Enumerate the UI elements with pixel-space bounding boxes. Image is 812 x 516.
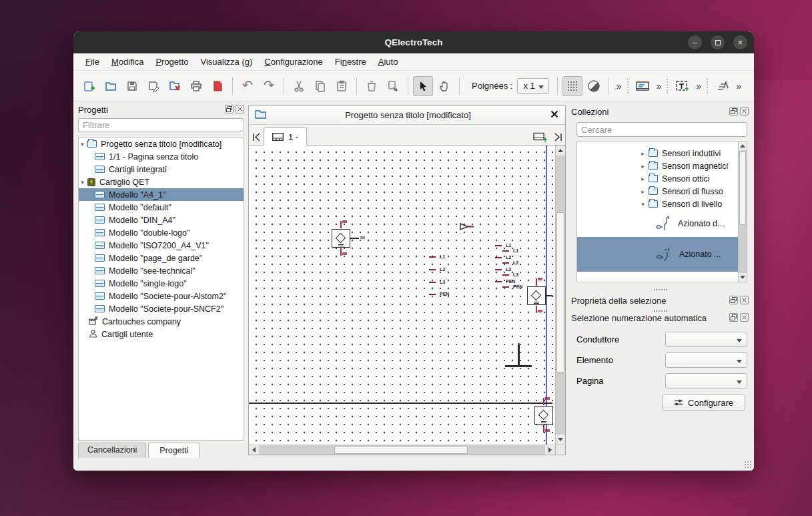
conductor-autonum-combobox[interactable]: [665, 332, 747, 347]
tree-item-model[interactable]: Modello "Societe-pour-SNCF2": [79, 302, 244, 315]
caret-down-icon[interactable]: ▾: [79, 179, 86, 186]
collection-element-selected[interactable]: Azionato ...: [577, 237, 747, 272]
first-page-button[interactable]: [249, 129, 264, 145]
element-terminal[interactable]: [340, 248, 342, 256]
collections-dock-header[interactable]: Collezioni: [571, 105, 750, 118]
select-mode-button[interactable]: [413, 76, 433, 96]
collection-folder[interactable]: ▸ Sensori di flusso: [577, 185, 747, 198]
toolbar-drag-handle[interactable]: [627, 78, 630, 94]
arrow-symbol[interactable]: [460, 223, 477, 231]
splitter-handle[interactable]: [654, 289, 667, 290]
scroll-down-arrow[interactable]: [556, 435, 565, 445]
menu-modifica[interactable]: Modifica: [105, 55, 149, 69]
caret-right-icon[interactable]: ▸: [639, 188, 647, 195]
schematic-element[interactable]: [332, 229, 350, 248]
resize-grip[interactable]: [744, 461, 752, 469]
open-project-button[interactable]: [101, 76, 121, 96]
diagram-canvas[interactable]: L1 L2 L3 PEN L1 L2 L3 PEN L1: [249, 146, 555, 445]
element-terminal[interactable]: [536, 306, 537, 313]
export-pdf-button[interactable]: [208, 76, 228, 96]
cut-button[interactable]: [289, 76, 309, 96]
add-text-button[interactable]: [672, 76, 692, 96]
auto-conductor-button[interactable]: [712, 76, 732, 96]
toolbar-drag-handle[interactable]: [706, 78, 709, 94]
diagram-tab[interactable]: 1 -: [264, 127, 307, 146]
menu-aiuto[interactable]: Aiuto: [372, 55, 404, 69]
save-as-button[interactable]: [143, 76, 163, 96]
scroll-left-arrow[interactable]: [249, 445, 259, 455]
project-close-icon[interactable]: [550, 109, 559, 121]
tree-item-project[interactable]: ▾ Progetto senza titolo [modificato]: [79, 138, 244, 150]
dock-close-button[interactable]: [740, 313, 749, 322]
toolbar-drag-handle[interactable]: [666, 78, 669, 94]
caret-right-icon[interactable]: ▸: [639, 163, 647, 170]
collection-folder[interactable]: ▸ Sensori ottici: [577, 172, 747, 185]
dock-float-button[interactable]: [729, 296, 738, 304]
tree-item-embedded-titleblocks[interactable]: Cartigli integrati: [79, 163, 244, 176]
scroll-up-arrow[interactable]: [739, 142, 747, 150]
dock-float-button[interactable]: [729, 107, 738, 115]
selection-properties-header[interactable]: Proprietà della selezione: [571, 294, 750, 307]
tree-item-model[interactable]: Modello "Societe-pour-Alstom2": [79, 290, 244, 302]
menu-configurazione[interactable]: Configurazione: [258, 55, 328, 69]
tree-item-model[interactable]: Modello "page_de garde": [79, 252, 244, 264]
projects-filter-input[interactable]: [78, 118, 244, 132]
menu-visualizza[interactable]: Visualizza (g): [195, 55, 259, 69]
delete-button[interactable]: [362, 76, 382, 96]
caret-right-icon[interactable]: ▸: [639, 176, 647, 182]
collection-folder-expanded[interactable]: ▾ Sensori di livello: [577, 198, 747, 210]
menu-progetto[interactable]: Progetto: [149, 55, 194, 69]
tree-item-model-selected[interactable]: Modello "A4_1": [79, 188, 244, 201]
schematic-element[interactable]: [534, 406, 553, 425]
dock-close-button[interactable]: [740, 296, 749, 304]
caret-down-icon[interactable]: ▾: [639, 201, 647, 208]
print-button[interactable]: [186, 76, 206, 96]
element-terminal[interactable]: [543, 398, 544, 405]
move-copy-button[interactable]: [383, 76, 403, 96]
close-button[interactable]: ×: [733, 35, 747, 49]
element-terminal[interactable]: [543, 425, 544, 433]
collection-folder[interactable]: ▸ Sensori induttivi: [577, 147, 747, 160]
collections-search-input[interactable]: [576, 122, 747, 137]
paste-button[interactable]: [332, 76, 352, 96]
collection-element[interactable]: Azionato d...: [577, 210, 747, 237]
schematic-element[interactable]: [527, 286, 546, 305]
dock-close-button[interactable]: [236, 105, 244, 113]
overflow-chevron-icon[interactable]: »: [733, 81, 744, 91]
tab-cancellazioni[interactable]: Cancellazioni: [78, 443, 146, 459]
element-terminal[interactable]: [340, 221, 342, 228]
menu-file[interactable]: File: [79, 55, 105, 69]
close-project-button[interactable]: [165, 76, 185, 96]
tree-item-model[interactable]: Modello "double-logo": [79, 226, 244, 239]
overflow-chevron-icon[interactable]: »: [613, 81, 625, 91]
vertical-scroll-thumb[interactable]: [556, 212, 564, 372]
element-autonum-combobox[interactable]: [665, 352, 747, 368]
collection-folder[interactable]: ▸ Sensori magnetici: [577, 160, 747, 172]
caret-down-icon[interactable]: ▾: [79, 141, 86, 148]
collections-scroll-thumb[interactable]: [739, 152, 746, 225]
tree-item-cartouches-company[interactable]: Cartouches company: [79, 315, 244, 328]
element-terminal[interactable]: [536, 278, 537, 286]
overflow-chevron-icon[interactable]: »: [693, 81, 704, 91]
redo-button[interactable]: ↷: [259, 75, 279, 95]
dock-float-button[interactable]: [225, 105, 234, 113]
menu-finestre[interactable]: Finestre: [329, 55, 372, 69]
t-symbol-vertical[interactable]: [518, 345, 520, 366]
scroll-up-arrow[interactable]: [556, 146, 565, 156]
canvas-vertical-scrollbar[interactable]: [555, 146, 565, 445]
collections-scrollbar[interactable]: [738, 142, 747, 282]
add-page-button[interactable]: [530, 129, 550, 145]
antialias-toggle-button[interactable]: [584, 76, 604, 96]
tree-item-model[interactable]: Modello "DIN_A4": [79, 214, 244, 226]
pan-mode-button[interactable]: [434, 76, 454, 96]
tree-item-cartiglio-qet[interactable]: ▾ Cartiglio QET: [79, 176, 244, 188]
dock-close-button[interactable]: [740, 107, 749, 115]
configure-button[interactable]: Configurare: [662, 395, 745, 411]
tree-item-page[interactable]: 1/1 - Pagina senza titolo: [79, 150, 244, 163]
maximize-button[interactable]: [711, 35, 725, 49]
page-autonum-combobox[interactable]: [665, 373, 747, 389]
window-titlebar[interactable]: QElectroTech – ×: [73, 31, 754, 53]
handles-scale-combobox[interactable]: x 1: [517, 78, 548, 94]
new-project-button[interactable]: [79, 76, 99, 96]
tree-item-model[interactable]: Modello "single-logo": [79, 277, 244, 290]
